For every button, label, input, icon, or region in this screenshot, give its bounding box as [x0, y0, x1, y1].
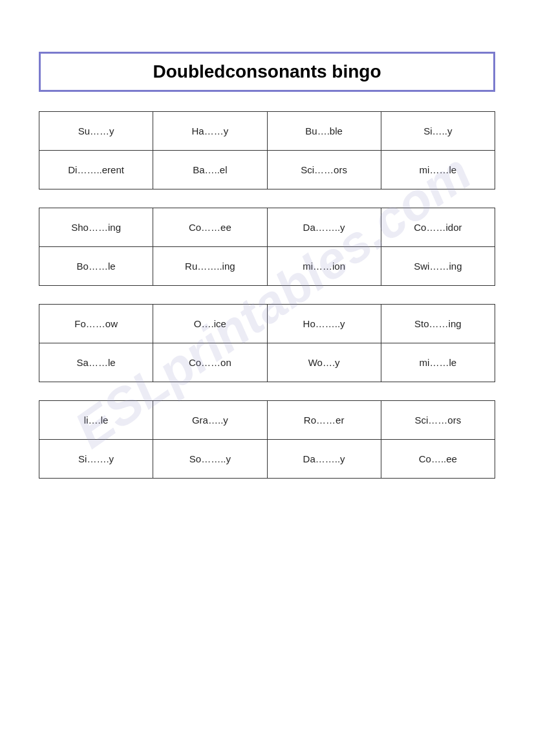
cell-3-0-1: Gra…..y: [153, 401, 267, 440]
cell-1-0-1: Co……ee: [153, 208, 267, 247]
cell-2-0-2: Ho……..y: [267, 305, 381, 343]
bingo-card-2: Sho……ingCo……eeDa……..yCo……idorBo……leRu…….…: [39, 208, 495, 286]
cell-1-0-2: Da……..y: [267, 208, 381, 247]
bingo-card-1: Su……yHa……yBu….bleSi…..yDi……..erentBa…..e…: [39, 111, 495, 189]
cell-0-1-2: Sci……ors: [267, 151, 381, 189]
table-row: Su……yHa……yBu….bleSi…..y: [39, 112, 495, 151]
table-row: Bo……leRu……..ingmi……ionSwi……ing: [39, 247, 495, 286]
cell-2-1-0: Sa……le: [39, 343, 153, 382]
table-row: Di……..erentBa…..elSci……orsmi……le: [39, 151, 495, 189]
cell-3-1-2: Da……..y: [267, 440, 381, 479]
cell-0-1-1: Ba…..el: [153, 151, 267, 189]
cell-3-1-0: Si…….y: [39, 440, 153, 479]
cell-3-1-3: Co…..ee: [381, 440, 495, 479]
cell-2-0-0: Fo……ow: [39, 305, 153, 343]
cell-2-1-3: mi……le: [381, 343, 495, 382]
cell-3-1-1: So……..y: [153, 440, 267, 479]
page-wrapper: Doubledconsonants bingo ESLprintables.co…: [0, 26, 534, 756]
cell-2-1-2: Wo….y: [267, 343, 381, 382]
cell-2-0-1: O….ice: [153, 305, 267, 343]
cell-1-1-3: Swi……ing: [381, 247, 495, 286]
cell-0-1-3: mi……le: [381, 151, 495, 189]
bingo-card-3: Fo……owO….iceHo……..ySto……ingSa……leCo……onW…: [39, 304, 495, 382]
cell-3-0-2: Ro……er: [267, 401, 381, 440]
cell-0-0-1: Ha……y: [153, 112, 267, 151]
table-row: li….leGra…..yRo……erSci……ors: [39, 401, 495, 440]
cell-1-1-1: Ru……..ing: [153, 247, 267, 286]
cell-0-0-3: Si…..y: [381, 112, 495, 151]
cell-0-0-2: Bu….ble: [267, 112, 381, 151]
cell-2-1-1: Co……on: [153, 343, 267, 382]
cell-1-1-2: mi……ion: [267, 247, 381, 286]
title-box: Doubledconsonants bingo: [39, 52, 495, 92]
cell-3-0-3: Sci……ors: [381, 401, 495, 440]
table-row: Fo……owO….iceHo……..ySto……ing: [39, 305, 495, 343]
cards-container: Su……yHa……yBu….bleSi…..yDi……..erentBa…..e…: [39, 111, 495, 497]
table-row: Sho……ingCo……eeDa……..yCo……idor: [39, 208, 495, 247]
table-row: Si…….ySo……..yDa……..yCo…..ee: [39, 440, 495, 479]
cell-1-0-0: Sho……ing: [39, 208, 153, 247]
cell-1-1-0: Bo……le: [39, 247, 153, 286]
cell-0-1-0: Di……..erent: [39, 151, 153, 189]
cell-0-0-0: Su……y: [39, 112, 153, 151]
page-title: Doubledconsonants bingo: [60, 61, 474, 82]
bingo-card-4: li….leGra…..yRo……erSci……orsSi…….ySo……..y…: [39, 400, 495, 479]
table-row: Sa……leCo……onWo….ymi……le: [39, 343, 495, 382]
cell-3-0-0: li….le: [39, 401, 153, 440]
cell-1-0-3: Co……idor: [381, 208, 495, 247]
cell-2-0-3: Sto……ing: [381, 305, 495, 343]
